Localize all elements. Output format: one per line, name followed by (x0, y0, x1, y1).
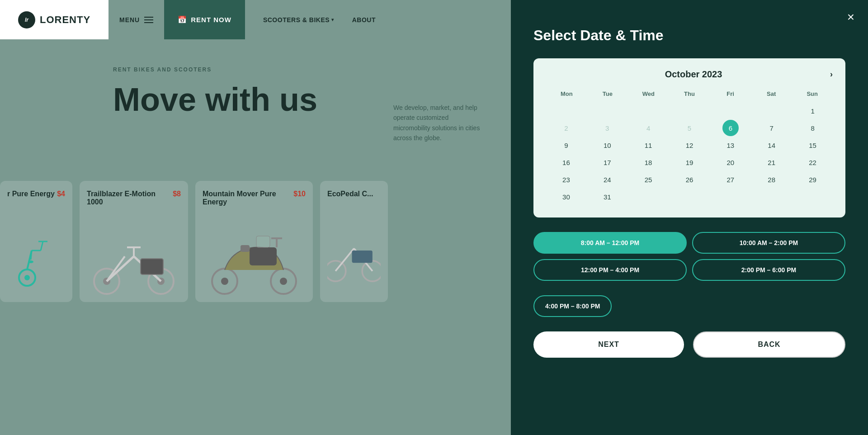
cal-day-31[interactable]: 31 (599, 189, 615, 205)
time-slot-3[interactable]: 2:00 PM – 6:00 PM (692, 259, 845, 281)
rent-now-button[interactable]: 📅 RENT NOW (164, 0, 245, 39)
cal-day-empty-4 (681, 103, 698, 119)
cal-day-21[interactable]: 21 (764, 154, 780, 170)
cal-day-29[interactable]: 29 (805, 171, 821, 188)
cal-day-10[interactable]: 10 (599, 137, 615, 153)
cal-day-empty-11 (805, 189, 821, 205)
cal-day-25[interactable]: 25 (640, 171, 656, 188)
cal-day-7[interactable]: 7 (764, 120, 780, 136)
panel-buttons: NEXT BACK (533, 331, 845, 358)
logo-icon: lr (18, 11, 35, 28)
cal-day-4[interactable]: 4 (640, 120, 656, 136)
calendar-next-button[interactable]: › (830, 70, 833, 79)
nav-about[interactable]: ABOUT (352, 16, 376, 24)
header: lr LORENTY MENU 📅 RENT NOW SCOOTERS & BI… (0, 0, 511, 39)
day-header-fri: Fri (710, 89, 751, 99)
logo-area: lr LORENTY (0, 0, 108, 39)
cal-day-16[interactable]: 16 (558, 154, 574, 170)
calendar-icon: 📅 (178, 15, 187, 24)
cal-day-14[interactable]: 14 (764, 137, 780, 153)
cal-day-26[interactable]: 26 (681, 171, 698, 188)
day-header-sat: Sat (751, 89, 792, 99)
subtitle: RENT BIKES AND SCOOTERS (113, 66, 488, 73)
cal-day-empty-7 (640, 189, 656, 205)
day-header-sun: Sun (792, 89, 833, 99)
rent-now-label: RENT NOW (191, 16, 231, 24)
cal-day-9[interactable]: 9 (558, 137, 574, 153)
calendar-month-year: October 2023 (557, 69, 830, 80)
calendar: October 2023 › Mon Tue Wed Thu Fri Sat S… (533, 58, 845, 218)
cal-day-empty-3 (640, 103, 656, 119)
time-slots-grid: 8:00 AM – 12:00 PM 10:00 AM – 2:00 PM 12… (533, 232, 845, 281)
cal-day-6[interactable]: 6 (722, 120, 739, 136)
time-slot-1[interactable]: 10:00 AM – 2:00 PM (692, 232, 845, 254)
cal-day-empty-2 (599, 103, 615, 119)
menu-button[interactable]: MENU (108, 0, 164, 39)
cal-day-empty-1 (558, 103, 574, 119)
cal-day-22[interactable]: 22 (805, 154, 821, 170)
day-header-tue: Tue (587, 89, 628, 99)
panel-title: Select Date & Time (533, 27, 845, 44)
cal-day-empty-5 (722, 103, 739, 119)
day-header-wed: Wed (628, 89, 669, 99)
cal-day-24[interactable]: 24 (599, 171, 615, 188)
cal-day-empty-8 (681, 189, 698, 205)
back-button[interactable]: BACK (693, 331, 845, 358)
cal-day-3[interactable]: 3 (599, 120, 615, 136)
next-button[interactable]: NEXT (533, 331, 684, 358)
calendar-header: October 2023 › (546, 69, 833, 80)
calendar-days: 1 2 3 4 5 6 7 8 9 10 11 12 13 14 15 16 1… (546, 103, 833, 205)
nav-scooters[interactable]: SCOOTERS & BIKES ▾ (263, 16, 334, 24)
close-button[interactable]: × (847, 11, 854, 24)
logo-name: LORENTY (40, 14, 90, 26)
cal-day-18[interactable]: 18 (640, 154, 656, 170)
calendar-day-headers: Mon Tue Wed Thu Fri Sat Sun (546, 89, 833, 99)
cal-day-19[interactable]: 19 (681, 154, 698, 170)
day-header-mon: Mon (546, 89, 587, 99)
cal-day-11[interactable]: 11 (640, 137, 656, 153)
time-slot-2[interactable]: 12:00 PM – 4:00 PM (533, 259, 687, 281)
cal-day-15[interactable]: 15 (805, 137, 821, 153)
cal-day-1[interactable]: 1 (805, 103, 821, 119)
cal-day-17[interactable]: 17 (599, 154, 615, 170)
cal-day-8[interactable]: 8 (805, 120, 821, 136)
cal-day-empty-9 (722, 189, 739, 205)
time-slots-row3: 4:00 PM – 8:00 PM (533, 295, 845, 317)
right-panel: × Select Date & Time October 2023 › Mon … (511, 0, 868, 435)
cal-day-28[interactable]: 28 (764, 171, 780, 188)
calendar-grid: Mon Tue Wed Thu Fri Sat Sun 1 2 3 (546, 89, 833, 205)
main-content: RENT BIKES AND SCOOTERS Move with us We … (0, 39, 511, 435)
cal-day-20[interactable]: 20 (722, 154, 739, 170)
cal-day-23[interactable]: 23 (558, 171, 574, 188)
time-slot-0[interactable]: 8:00 AM – 12:00 PM (533, 232, 687, 254)
chevron-down-icon: ▾ (331, 17, 334, 22)
cal-day-2[interactable]: 2 (558, 120, 574, 136)
hamburger-icon (144, 17, 153, 23)
cal-day-empty-6 (764, 103, 780, 119)
day-header-thu: Thu (669, 89, 710, 99)
menu-label: MENU (119, 16, 140, 24)
nav-bar: SCOOTERS & BIKES ▾ ABOUT (245, 16, 394, 24)
cal-day-12[interactable]: 12 (681, 137, 698, 153)
time-slot-4[interactable]: 4:00 PM – 8:00 PM (533, 295, 612, 317)
cal-day-13[interactable]: 13 (722, 137, 739, 153)
cal-day-27[interactable]: 27 (722, 171, 739, 188)
description: We develop, market, and help operate cus… (393, 103, 484, 143)
cal-day-5[interactable]: 5 (681, 120, 698, 136)
cal-day-30[interactable]: 30 (558, 189, 574, 205)
cal-day-empty-10 (764, 189, 780, 205)
